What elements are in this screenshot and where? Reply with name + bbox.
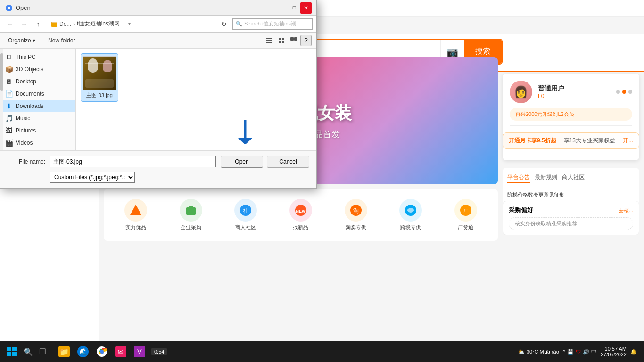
announce-tabs: 平台公告 最新规则 商人社区	[507, 173, 635, 186]
taskbar-app-pink[interactable]: ✉	[111, 342, 130, 361]
nav-3d-objects[interactable]: 📦 3D Objects	[0, 63, 75, 75]
breadcrumb-dropdown[interactable]: ▾	[128, 21, 131, 26]
nav-music[interactable]: 🎵 Music	[0, 112, 75, 124]
svg-rect-14	[51, 23, 57, 27]
promo-sub: 享13大专业买家权益	[564, 137, 615, 145]
desktop-icon: 🖥	[5, 78, 13, 85]
taskbar-file-explorer[interactable]: 📁	[55, 342, 74, 361]
back-btn[interactable]: ←	[4, 18, 16, 30]
edge-icon: 🌊	[77, 346, 89, 357]
organize-btn[interactable]: Organize ▾	[5, 36, 38, 45]
filetype-row: Custom Files (*.jpg;*.jpeg;*.png...	[8, 172, 309, 183]
svg-rect-2	[189, 206, 193, 208]
tab-latest-rules[interactable]: 最新规则	[535, 173, 557, 183]
user-row: 👩 普通用户 L0	[510, 81, 632, 103]
svg-rect-29	[12, 352, 17, 356]
cat-factory[interactable]: 厂 厂货通	[454, 199, 477, 231]
svg-rect-23	[294, 37, 297, 41]
up-btn[interactable]: ↑	[33, 18, 44, 30]
video-time-badge: 0:54	[151, 348, 167, 355]
3d-icon: 📦	[5, 66, 13, 73]
promo-strip[interactable]: 开通月卡享9.5折起 享13大专业买家权益 开...	[503, 132, 639, 149]
upgrade-bar[interactable]: 再采2000元升级到L2会员	[510, 108, 632, 121]
nav-scrollbar[interactable]	[0, 49, 3, 150]
promo-text: 开通月卡享9.5折起	[509, 137, 556, 145]
cat-shili[interactable]: 实力优品	[124, 199, 147, 231]
svg-text:社: 社	[243, 207, 248, 214]
nav-this-pc[interactable]: 🖥 This PC	[0, 51, 75, 63]
antivirus-icon: 🛡	[576, 349, 581, 354]
windows-start-icon	[6, 346, 17, 357]
taskbar-chrome[interactable]	[92, 342, 111, 361]
dialog-body: 🖥 This PC 📦 3D Objects 🖥 Desktop 📄 Docum…	[0, 49, 316, 150]
view-buttons: ?	[264, 35, 312, 46]
cat-merchant[interactable]: 社 商人社区	[234, 199, 257, 231]
usb-icon: 💾	[567, 349, 574, 355]
user-name: 普通用户	[538, 84, 564, 93]
refresh-btn[interactable]: ↻	[218, 18, 230, 30]
announce-item-1: 阶梯价格数变更意见征集	[507, 190, 635, 200]
address-path[interactable]: Do... › t恤女短袖ins潮网... ▾	[47, 18, 215, 30]
open-btn[interactable]: Open	[221, 156, 263, 168]
app-purple-icon: V	[134, 346, 145, 357]
tab-merchant-community[interactable]: 商人社区	[562, 173, 585, 183]
taskbar-app-purple[interactable]: V	[130, 342, 149, 361]
volume-icon[interactable]: 🔊	[583, 349, 589, 355]
svg-text:NEW: NEW	[296, 209, 306, 214]
svg-rect-18	[279, 38, 281, 40]
taskbar-clock: 10:57 AM 27/05/2022	[601, 346, 627, 357]
taskbar-search-btn[interactable]: 🔍	[21, 345, 35, 359]
nav-desktop[interactable]: 🖥 Desktop	[0, 75, 75, 88]
svg-rect-15	[266, 38, 272, 39]
breadcrumb-sep1: ›	[73, 21, 75, 27]
view-list-btn[interactable]	[264, 35, 275, 46]
tab-platform-announce[interactable]: 平台公告	[507, 173, 530, 183]
filetype-select[interactable]: Custom Files (*.jpg;*.jpeg;*.png...	[50, 172, 135, 183]
purchase-pref-action[interactable]: 去核...	[619, 207, 633, 214]
nav-videos[interactable]: 🎬 Videos	[0, 137, 75, 149]
help-btn[interactable]: ?	[300, 35, 312, 46]
filename-input[interactable]	[50, 156, 216, 167]
file-open-dialog: Open ─ □ ✕ ← → ↑ Do... › t恤女短袖ins潮网... ▾…	[0, 0, 317, 189]
breadcrumb-part1: Do...	[59, 21, 71, 27]
folder-icon	[51, 21, 58, 27]
nav-downloads[interactable]: ⬇ Downloads	[0, 100, 75, 112]
app-pink-icon: ✉	[115, 346, 126, 357]
cat-new[interactable]: NEW 找新品	[289, 199, 312, 231]
file-item-main03[interactable]: 主图-03.jpg	[81, 53, 118, 102]
svg-rect-16	[266, 40, 272, 41]
svg-rect-22	[290, 37, 294, 41]
start-button[interactable]	[2, 342, 21, 361]
user-dots	[616, 90, 632, 94]
maximize-btn[interactable]: □	[289, 2, 299, 13]
taskbar-edge[interactable]: 🌊	[74, 342, 92, 361]
cancel-btn[interactable]: Cancel	[267, 156, 309, 168]
nav-pictures[interactable]: 🖼 Pictures	[0, 124, 75, 137]
purchase-pref-panel: 采购偏好 去核... 核实身份获取精准采购推荐	[503, 201, 639, 235]
nav-documents[interactable]: 📄 Documents	[0, 88, 75, 100]
svg-rect-20	[279, 41, 281, 43]
file-thumbnail	[83, 56, 116, 90]
new-folder-btn[interactable]: New folder	[45, 36, 78, 45]
filename-label: File name:	[8, 158, 45, 165]
lang-icon[interactable]: 中	[591, 348, 597, 356]
dialog-navpane: 🖥 This PC 📦 3D Objects 🖥 Desktop 📄 Docum…	[0, 49, 76, 150]
forward-btn[interactable]: →	[18, 18, 30, 30]
cat-enterprise[interactable]: 企业采购	[180, 199, 202, 231]
notification-btn[interactable]: 🔔	[630, 349, 637, 355]
minimize-btn[interactable]: ─	[278, 2, 288, 13]
expand-tray-icon[interactable]: ^	[563, 349, 565, 354]
task-view-btn[interactable]: ❐	[35, 345, 50, 359]
dialog-search-box[interactable]: 🔍 Search t恤女短袖ins潮...	[232, 18, 313, 30]
weather-icon: ⛅	[518, 349, 525, 355]
close-btn[interactable]: ✕	[300, 2, 312, 14]
view-details-btn[interactable]	[276, 35, 287, 46]
videos-icon: 🎬	[5, 139, 13, 147]
cat-cross-border[interactable]: 跨境专供	[399, 199, 422, 231]
pictures-icon: 🖼	[5, 127, 13, 134]
promo-btn[interactable]: 开...	[623, 137, 633, 145]
svg-marker-0	[130, 205, 141, 215]
view-large-btn[interactable]	[288, 35, 299, 46]
cat-taobao[interactable]: 淘 淘卖专供	[345, 199, 367, 231]
dialog-bottom: File name: Open Cancel Custom Files (*.j…	[0, 150, 316, 188]
